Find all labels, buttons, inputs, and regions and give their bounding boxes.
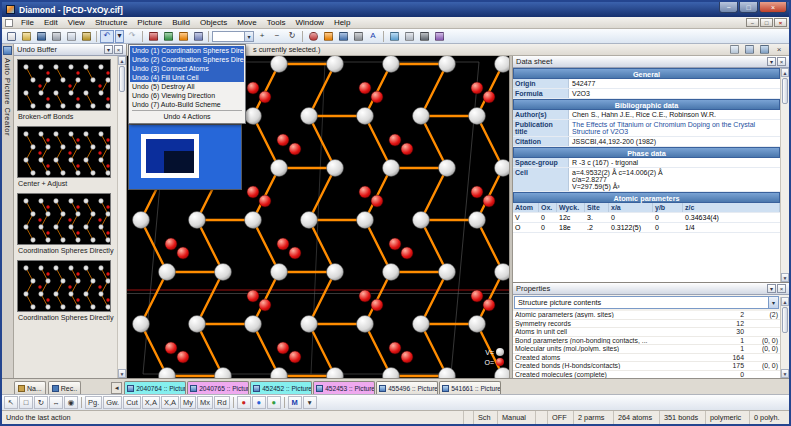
atom-o[interactable]: [289, 143, 301, 155]
fill-unit-cell-icon[interactable]: [191, 30, 205, 43]
properties-scrollbar[interactable]: ▲▼: [780, 297, 789, 378]
cut-button[interactable]: Cut: [123, 396, 141, 409]
blue-atom-icon[interactable]: ●: [252, 396, 266, 409]
close-view-icon[interactable]: ×: [772, 43, 786, 56]
atom-v[interactable]: [271, 368, 288, 379]
menu-objects[interactable]: Objects: [195, 17, 232, 28]
atom-o[interactable]: [471, 186, 483, 198]
atom-style-icon[interactable]: [306, 30, 320, 43]
menu-move[interactable]: Move: [232, 17, 262, 28]
undo-menu-item-2[interactable]: Undo (2) Coordination Spheres Directly: [130, 55, 244, 64]
red-atom-icon[interactable]: ●: [237, 396, 251, 409]
atom-v[interactable]: [383, 160, 400, 177]
property-row[interactable]: Created bonds (H-bonds/contacts)175(0, 0…: [513, 362, 780, 371]
atomic-table-row[interactable]: O018e.20.3122(5)01/4: [513, 223, 780, 233]
undo-buffer-item[interactable]: Broken-off Bonds: [17, 59, 117, 123]
properties-selector[interactable]: Structure picture contents ▾: [514, 296, 779, 309]
property-row[interactable]: Symmetry records12: [513, 320, 780, 329]
data-sheet-view-icon[interactable]: [727, 43, 741, 56]
atom-o[interactable]: [483, 91, 495, 103]
destroy-all-icon[interactable]: [146, 30, 160, 43]
undo-buffer-item[interactable]: Coordination Spheres Directly: [17, 193, 117, 257]
picture-view-icon[interactable]: [757, 43, 771, 56]
pg-button[interactable]: Pg.: [85, 396, 102, 409]
menu-picture[interactable]: Picture: [132, 17, 167, 28]
picture-tab[interactable]: 2040765 :: Picture 1: [187, 381, 249, 394]
marquee-icon[interactable]: □: [19, 396, 33, 409]
atom-v[interactable]: [413, 212, 430, 229]
scroll-up-icon[interactable]: ▲: [781, 297, 789, 306]
paste-icon[interactable]: [79, 30, 93, 43]
atom-o[interactable]: [177, 247, 189, 259]
atom-o[interactable]: [165, 342, 177, 354]
table-mode-icon[interactable]: [402, 30, 416, 43]
atom-v[interactable]: [245, 212, 262, 229]
atom-v[interactable]: [357, 316, 374, 333]
menu-structure[interactable]: Structure: [90, 17, 132, 28]
atom-v[interactable]: [383, 56, 400, 73]
picture-tab[interactable]: 455496 :: Picture 1: [376, 381, 438, 394]
undo-menu-item-3[interactable]: Undo (3) Connect Atoms: [130, 64, 244, 73]
more-dropdown-icon[interactable]: ▾: [303, 396, 317, 409]
copy-icon[interactable]: [64, 30, 78, 43]
atom-v[interactable]: [439, 160, 456, 177]
redo-icon[interactable]: ↷: [125, 30, 139, 43]
undo-menu-item-1[interactable]: Undo (1) Coordination Spheres Directly: [130, 46, 244, 55]
undo-buffer-item[interactable]: Center + Adjust: [17, 126, 117, 190]
atom-v[interactable]: [271, 264, 288, 281]
menu-help[interactable]: Help: [329, 17, 355, 28]
atom-v[interactable]: [495, 368, 510, 379]
bond-style-icon[interactable]: [321, 30, 335, 43]
atom-o[interactable]: [359, 82, 371, 94]
scroll-down-icon[interactable]: ▼: [781, 273, 789, 282]
atom-v[interactable]: [189, 212, 206, 229]
atom-o[interactable]: [177, 351, 189, 363]
picture-mode-icon[interactable]: [387, 30, 401, 43]
atom-o[interactable]: [389, 342, 401, 354]
atom-v[interactable]: [383, 264, 400, 281]
pane-menu-icon[interactable]: ▾: [767, 57, 776, 66]
mx-button[interactable]: Mx: [197, 396, 213, 409]
video-icon[interactable]: [432, 30, 446, 43]
menu-build[interactable]: Build: [167, 17, 195, 28]
atom-o[interactable]: [389, 238, 401, 250]
open-icon[interactable]: [19, 30, 33, 43]
atom-o[interactable]: [483, 299, 495, 311]
atom-o[interactable]: [359, 290, 371, 302]
atom-v[interactable]: [327, 264, 344, 281]
undo-thumbnail[interactable]: [17, 126, 111, 178]
atom-o[interactable]: [483, 195, 495, 207]
molecule-button[interactable]: M: [288, 396, 302, 409]
zoom-mode-icon[interactable]: ◉: [64, 396, 78, 409]
property-row[interactable]: Atoms in unit cell30: [513, 328, 780, 337]
shift-mode-icon[interactable]: ↔: [49, 396, 63, 409]
print-icon[interactable]: [49, 30, 63, 43]
mdi-restore-button[interactable]: □: [760, 18, 773, 27]
minimize-button[interactable]: −: [719, 2, 738, 13]
bottom-left-tab[interactable]: Na...: [14, 381, 46, 394]
atom-v[interactable]: [357, 108, 374, 125]
picture-tab[interactable]: 452452 :: Picture 1: [250, 381, 312, 394]
polyhedra-icon[interactable]: [336, 30, 350, 43]
atom-v[interactable]: [469, 108, 486, 125]
rd-button[interactable]: Rd: [214, 396, 230, 409]
atom-v[interactable]: [245, 316, 262, 333]
atom-v[interactable]: [301, 316, 318, 333]
unit-cell-icon[interactable]: [351, 30, 365, 43]
tab-scroll-left-icon[interactable]: ◄: [111, 382, 122, 394]
atom-o[interactable]: [371, 299, 383, 311]
gw-button[interactable]: Gw.: [103, 396, 122, 409]
atom-v[interactable]: [357, 212, 374, 229]
atom-v[interactable]: [439, 264, 456, 281]
pane-menu-icon[interactable]: ▾: [767, 284, 776, 293]
my-button[interactable]: My: [180, 396, 196, 409]
rotate-view-icon[interactable]: ↻: [285, 30, 299, 43]
atom-v[interactable]: [133, 212, 150, 229]
camera-icon[interactable]: [417, 30, 431, 43]
atom-o[interactable]: [277, 134, 289, 146]
property-row[interactable]: Bond parameters (non-bonding contacts, .…: [513, 337, 780, 346]
view-direction-combo[interactable]: ▾: [212, 31, 254, 42]
rotate-mode-icon[interactable]: ↻: [34, 396, 48, 409]
mdi-close-button[interactable]: ×: [774, 18, 787, 27]
undo-menu-item-6[interactable]: Undo (6) Viewing Direction: [130, 91, 244, 100]
